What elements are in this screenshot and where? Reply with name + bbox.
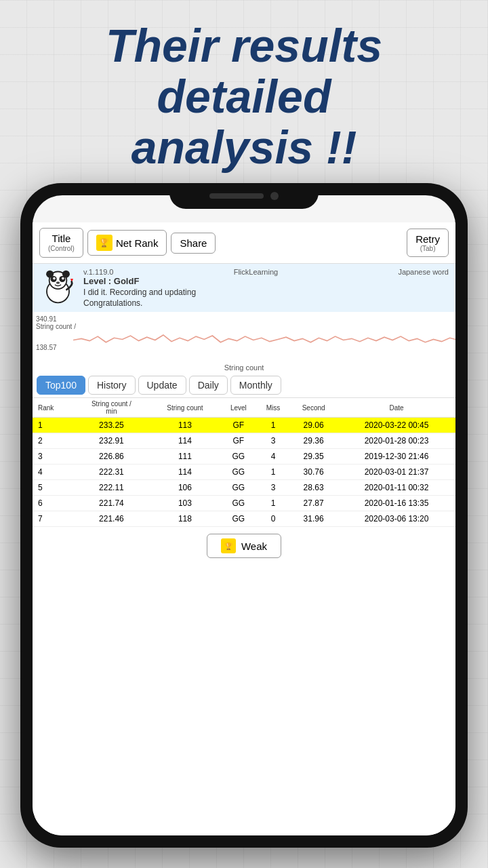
rank-cell: 7 bbox=[33, 511, 73, 527]
svg-point-7 bbox=[62, 277, 64, 280]
string-count-cell: 103 bbox=[150, 496, 220, 511]
second-cell: 31.96 bbox=[289, 511, 338, 527]
table-row: 4222.31114GG130.762020-03-01 21:37 bbox=[33, 465, 455, 480]
level-cell: GG bbox=[220, 449, 257, 465]
svg-point-6 bbox=[53, 277, 56, 280]
string-count-cell: 118 bbox=[150, 511, 220, 527]
tab-monthly[interactable]: Monthly bbox=[230, 376, 281, 395]
miss-cell: 3 bbox=[257, 433, 289, 449]
title-button[interactable]: Title (Control) bbox=[39, 228, 83, 258]
top-nav: Title (Control) 🏆 Net Rank Share Retry (… bbox=[33, 222, 455, 264]
header-second: Second bbox=[289, 398, 338, 418]
string-count-cell: 114 bbox=[150, 465, 220, 480]
chart-svg bbox=[73, 315, 455, 366]
string-count-min-cell: 222.31 bbox=[73, 465, 150, 480]
svg-point-8 bbox=[56, 281, 60, 284]
rank-cell: 5 bbox=[33, 480, 73, 496]
header-string-count: String count bbox=[150, 398, 220, 418]
phone-notch bbox=[169, 183, 319, 209]
weak-label: Weak bbox=[241, 540, 267, 552]
congrats-text: Congratulations. bbox=[83, 298, 449, 308]
message-text: I did it. Recording and updating bbox=[83, 288, 449, 297]
table-header-row: Rank String count /min String count Leve… bbox=[33, 398, 455, 418]
rank-cell: 3 bbox=[33, 449, 73, 465]
table-body: 1233.25113GF129.062020-03-22 00:452232.9… bbox=[33, 418, 455, 527]
weak-button[interactable]: 🏆 Weak bbox=[207, 534, 281, 558]
notch-speaker bbox=[209, 193, 264, 199]
rank-cell: 4 bbox=[33, 465, 73, 480]
rank-icon: 🏆 bbox=[96, 235, 113, 251]
level-text: Level : GoldF bbox=[83, 276, 449, 286]
second-cell: 29.35 bbox=[289, 449, 338, 465]
share-button[interactable]: Share bbox=[171, 233, 216, 254]
header-miss: Miss bbox=[257, 398, 289, 418]
level-cell: GF bbox=[220, 418, 257, 433]
table-row: 5222.11106GG328.632020-01-11 00:32 bbox=[33, 480, 455, 496]
headline-line3: analysis !! bbox=[131, 121, 357, 173]
miss-cell: 1 bbox=[257, 496, 289, 511]
second-cell: 29.06 bbox=[289, 418, 338, 433]
svg-text:♥: ♥ bbox=[70, 277, 73, 283]
tab-update[interactable]: Update bbox=[138, 376, 186, 395]
japanese-word: Japanese word bbox=[398, 268, 449, 276]
table-row: 3226.86111GG429.352019-12-30 21:46 bbox=[33, 449, 455, 465]
rankings-table: Rank String count /min String count Leve… bbox=[33, 398, 455, 527]
chart-y-max: 340.91 bbox=[36, 315, 76, 323]
string-count-min-cell: 226.86 bbox=[73, 449, 150, 465]
version-text: v.1.119.0 bbox=[83, 268, 113, 276]
level-cell: GG bbox=[220, 511, 257, 527]
screen-content: Title (Control) 🏆 Net Rank Share Retry (… bbox=[33, 222, 455, 835]
level-cell: GG bbox=[220, 496, 257, 511]
info-bar: ♥ v.1.119.0 FlickLearning Japanese word … bbox=[33, 264, 455, 312]
string-count-cell: 111 bbox=[150, 449, 220, 465]
header-rank: Rank bbox=[33, 398, 73, 418]
string-count-cell: 113 bbox=[150, 418, 220, 433]
phone-mockup: Title (Control) 🏆 Net Rank Share Retry (… bbox=[20, 183, 468, 848]
miss-cell: 4 bbox=[257, 449, 289, 465]
panda-avatar: ♥ bbox=[39, 268, 77, 305]
table-container: Rank String count /min String count Leve… bbox=[33, 398, 455, 527]
level-cell: GF bbox=[220, 433, 257, 449]
phone-screen: Title (Control) 🏆 Net Rank Share Retry (… bbox=[33, 195, 455, 835]
date-cell: 2020-03-01 21:37 bbox=[338, 465, 455, 480]
rank-cell: 6 bbox=[33, 496, 73, 511]
chart-area: 340.91 String count / 138.57 String coun… bbox=[33, 312, 455, 373]
second-cell: 29.36 bbox=[289, 433, 338, 449]
chart-y-min: 138.57 bbox=[36, 344, 76, 351]
date-cell: 2020-01-16 13:35 bbox=[338, 496, 455, 511]
retry-button[interactable]: Retry (Tab) bbox=[407, 229, 449, 257]
miss-cell: 1 bbox=[257, 465, 289, 480]
headline-line2: detailed bbox=[157, 71, 331, 122]
info-text: Level : GoldF I did it. Recording and up… bbox=[83, 276, 449, 308]
string-count-min-cell: 222.11 bbox=[73, 480, 150, 496]
tab-bar: Top100 History Update Daily Monthly bbox=[33, 373, 455, 398]
tab-daily[interactable]: Daily bbox=[189, 376, 228, 395]
miss-cell: 1 bbox=[257, 418, 289, 433]
string-count-min-cell: 221.46 bbox=[73, 511, 150, 527]
phone-shell: Title (Control) 🏆 Net Rank Share Retry (… bbox=[20, 183, 468, 848]
chart-x-label: String count bbox=[224, 363, 264, 372]
second-cell: 30.76 bbox=[289, 465, 338, 480]
rank-cell: 2 bbox=[33, 433, 73, 449]
string-count-min-cell: 221.74 bbox=[73, 496, 150, 511]
header-string-count-min: String count /min bbox=[73, 398, 150, 418]
second-cell: 28.63 bbox=[289, 480, 338, 496]
table-row: 2232.91114GF329.362020-01-28 00:23 bbox=[33, 433, 455, 449]
date-cell: 2020-03-22 00:45 bbox=[338, 418, 455, 433]
tab-top100[interactable]: Top100 bbox=[37, 376, 85, 395]
string-count-cell: 106 bbox=[150, 480, 220, 496]
net-rank-button[interactable]: 🏆 Net Rank bbox=[87, 230, 167, 256]
second-cell: 27.87 bbox=[289, 496, 338, 511]
date-cell: 2019-12-30 21:46 bbox=[338, 449, 455, 465]
date-cell: 2020-01-11 00:32 bbox=[338, 480, 455, 496]
weak-section: 🏆 Weak bbox=[33, 527, 455, 565]
miss-cell: 0 bbox=[257, 511, 289, 527]
tab-history[interactable]: History bbox=[88, 376, 136, 395]
chart-y-labels: 340.91 String count / 138.57 bbox=[36, 315, 76, 351]
headline-line1: Their results bbox=[106, 20, 382, 71]
string-count-min-cell: 233.25 bbox=[73, 418, 150, 433]
date-cell: 2020-03-06 13:20 bbox=[338, 511, 455, 527]
app-name: FlickLearning bbox=[234, 268, 278, 276]
table-row: 1233.25113GF129.062020-03-22 00:45 bbox=[33, 418, 455, 433]
string-count-cell: 114 bbox=[150, 433, 220, 449]
